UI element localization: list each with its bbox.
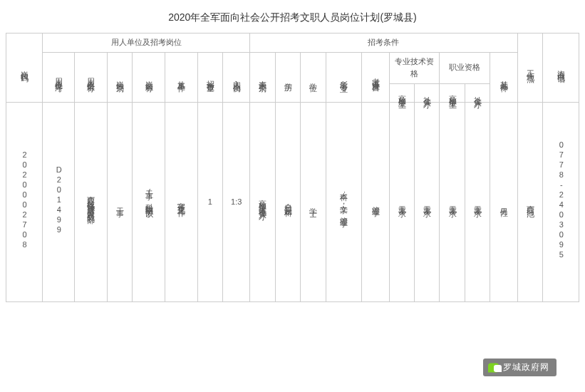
header-row-1: 岗位代码 用人单位及招考岗位 招考条件 工作地点 咨询电话 (6, 33, 579, 53)
cell-loc: 广西河池 (517, 103, 542, 302)
th-name: 用人单位名称 (75, 52, 108, 103)
cell-pos: 干事(科级副职以下) (133, 103, 165, 302)
th-work: 从事工作 (165, 52, 198, 103)
th-type: 岗位类别 (107, 52, 132, 103)
wechat-source-badge: 罗城政府网 (483, 359, 556, 376)
cell-deg: 学士 (301, 103, 326, 302)
th-subj: 考试专业科目 (362, 52, 389, 103)
th-other: 其他条件 (490, 52, 517, 103)
cell-major: 本科:文学，管理学 (326, 103, 362, 302)
cell-src: 高校毕业生或社会人才 (250, 103, 275, 302)
th-deg: 学位 (301, 52, 326, 103)
cell-code: 2020002708 (6, 103, 43, 302)
cell-q4: 无要求 (465, 103, 490, 302)
th-group-cond: 招考条件 (250, 33, 517, 53)
th-src: 来源类别 (250, 52, 275, 103)
document-container: 2020年全军面向社会公开招考文职人员岗位计划(罗城县) 岗位代码 用人单位及招… (0, 0, 585, 308)
th-q3: 高校毕业生 (440, 83, 465, 103)
table-row: 2020002708 D201499 广西罗城仫佬族自治县人民武装部 干事 干事… (6, 103, 579, 302)
cell-seq: D201499 (42, 103, 75, 302)
cell-ratio: 1:3 (223, 103, 250, 302)
cell-phone: 0778-2403095 (543, 103, 579, 302)
th-loc: 工作地点 (517, 33, 542, 103)
th-q1: 高校毕业生 (389, 83, 414, 103)
th-num: 招考数量 (197, 52, 222, 103)
th-occ-qual: 职业资格 (440, 52, 490, 83)
cell-work: 宣传文化工作 (165, 103, 198, 302)
th-seq: 用人单位序号 (42, 52, 75, 103)
recruitment-table: 岗位代码 用人单位及招考岗位 招考条件 工作地点 咨询电话 用人单位序号 用人单… (6, 33, 579, 302)
th-prof-qual: 专业技术资格 (389, 52, 440, 83)
cell-q1: 无要求 (389, 103, 414, 302)
th-edu: 学历 (275, 52, 300, 103)
cell-subj: 管理学 (362, 103, 389, 302)
th-q4: 社会人才 (465, 83, 490, 103)
th-major: 所学专业 (326, 52, 362, 103)
cell-q3: 无要求 (440, 103, 465, 302)
th-group-unit: 用人单位及招考岗位 (42, 33, 250, 53)
th-phone: 咨询电话 (543, 33, 579, 103)
cell-edu: 全日制本科 (275, 103, 300, 302)
cell-num: 1 (197, 103, 222, 302)
th-ratio: 入围比例 (223, 52, 250, 103)
header-row-2: 用人单位序号 用人单位名称 岗位类别 岗位名称 从事工作 招考数量 入围比例 来… (6, 52, 579, 83)
cell-q2: 无要求 (414, 103, 439, 302)
wechat-label: 罗城政府网 (503, 362, 549, 372)
th-code: 岗位代码 (6, 33, 43, 103)
cell-other: 男性 (490, 103, 517, 302)
page-title: 2020年全军面向社会公开招考文职人员岗位计划(罗城县) (6, 6, 579, 33)
th-q2: 社会人才 (414, 83, 439, 103)
th-pos: 岗位名称 (133, 52, 165, 103)
cell-type: 干事 (107, 103, 132, 302)
cell-name: 广西罗城仫佬族自治县人民武装部 (75, 103, 108, 302)
